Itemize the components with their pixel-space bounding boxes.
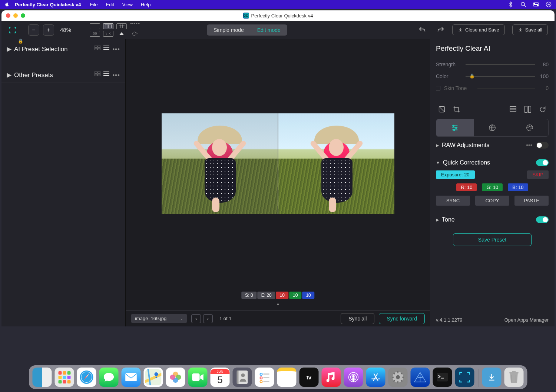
apple-menu-icon[interactable]	[4, 2, 10, 7]
dock-podcasts-icon[interactable]	[344, 368, 363, 387]
chevron-down-icon[interactable]: ▼	[436, 160, 440, 165]
dock-mail-icon[interactable]	[122, 368, 141, 387]
dock-music-icon[interactable]	[322, 368, 341, 387]
view-split-icon[interactable]	[103, 23, 113, 29]
svg-point-30	[530, 126, 531, 127]
redo-button[interactable]	[437, 26, 445, 34]
dock-messages-icon[interactable]	[99, 368, 119, 387]
left-section-ai-presets[interactable]: 🔒 ▶ AI Preset Selection •••	[1, 41, 125, 57]
left-section-other-presets[interactable]: ▶ Other Presets •••	[1, 67, 125, 83]
dock-safari-icon[interactable]	[77, 368, 96, 387]
mode-simple[interactable]: Simple mode	[207, 24, 251, 36]
flip-v-icon[interactable]	[524, 106, 532, 113]
tab-sliders[interactable]	[436, 119, 474, 136]
sync-all-button[interactable]: Sync all	[341, 313, 374, 324]
menubar-control-center-icon[interactable]	[533, 1, 539, 7]
dock-finder-icon[interactable]	[33, 368, 52, 387]
dock-terminal-icon[interactable]	[433, 368, 452, 387]
dock-affinity-icon[interactable]	[411, 368, 430, 387]
crop-icon[interactable]	[453, 106, 460, 113]
open-apps-manager-link[interactable]: Open Apps Manager	[504, 317, 549, 323]
window-minimize-button[interactable]	[13, 13, 18, 18]
dock-quickdesk-icon[interactable]	[455, 368, 474, 387]
sync-button[interactable]: SYNC	[436, 196, 470, 206]
more-icon[interactable]: •••	[112, 46, 120, 53]
dock-appstore-icon[interactable]	[366, 368, 385, 387]
mode-edit[interactable]: Edit mode	[251, 24, 287, 36]
rgb-b-badge[interactable]: B: 10	[508, 183, 528, 191]
menu-view[interactable]: View	[122, 2, 133, 7]
dock-reminders-icon[interactable]	[255, 368, 274, 387]
menubar-bluetooth-icon[interactable]	[508, 1, 514, 7]
view-grid-icon[interactable]	[116, 23, 127, 29]
grid-view-icon[interactable]	[95, 46, 100, 53]
paste-button[interactable]: PASTE	[514, 196, 549, 206]
view-crop-select-icon[interactable]	[130, 23, 140, 29]
more-icon[interactable]: •••	[112, 72, 120, 79]
image-compare-canvas[interactable]	[162, 113, 394, 214]
quick-toggle[interactable]	[536, 159, 549, 166]
window-zoom-button[interactable]	[21, 13, 25, 18]
view-histogram-icon[interactable]	[116, 31, 127, 37]
view-fit-icon[interactable]	[103, 31, 113, 37]
sync-forward-button[interactable]: Sync forward	[379, 313, 425, 324]
undo-button[interactable]	[418, 26, 426, 34]
dock-facetime-icon[interactable]	[188, 368, 208, 387]
dock-contacts-icon[interactable]	[233, 368, 252, 387]
menubar-siri-icon[interactable]	[546, 1, 552, 7]
rotate-icon[interactable]	[539, 106, 546, 113]
strength-slider[interactable]	[466, 64, 535, 65]
list-view-icon[interactable]	[103, 46, 109, 53]
rgb-g-badge[interactable]: G: 10	[482, 183, 503, 191]
zoom-out-button[interactable]: −	[28, 24, 39, 36]
dock-settings-icon[interactable]	[388, 368, 408, 387]
window-close-button[interactable]	[6, 13, 10, 18]
menu-edit[interactable]: Edit	[106, 2, 114, 7]
app-menu-title[interactable]: Perfectly Clear Quickdesk v4	[15, 2, 81, 7]
svg-point-26	[454, 129, 455, 131]
color-slider[interactable]: 🔒	[466, 76, 535, 77]
expand-filmstrip-icon[interactable]: ▲	[276, 302, 280, 306]
more-icon[interactable]: •••	[526, 142, 532, 149]
dock-launchpad-icon[interactable]	[55, 368, 74, 387]
list-view-icon[interactable]	[103, 72, 109, 79]
view-face-icon[interactable]	[90, 31, 100, 37]
view-adjust-icon[interactable]	[130, 31, 140, 37]
save-preset-button[interactable]: Save Preset	[453, 233, 532, 246]
menubar-search-icon[interactable]	[520, 1, 526, 7]
svg-point-44	[241, 373, 245, 377]
chevron-right-icon[interactable]: ▶	[436, 217, 439, 222]
zoom-in-button[interactable]: +	[43, 24, 54, 36]
copy-button[interactable]: COPY	[475, 196, 509, 206]
looks-icon[interactable]	[438, 106, 446, 113]
save-all-button[interactable]: Save all	[512, 24, 548, 35]
next-image-button[interactable]: ›	[203, 314, 213, 323]
tone-toggle[interactable]	[536, 216, 549, 223]
skintone-checkbox[interactable]	[436, 86, 440, 90]
dock-notes-icon[interactable]	[277, 368, 297, 387]
dock-trash-icon[interactable]	[504, 368, 524, 387]
grid-view-icon[interactable]	[95, 72, 100, 79]
close-and-save-button[interactable]: Close and Save	[452, 24, 505, 35]
tab-globe[interactable]	[474, 119, 511, 136]
file-dropdown[interactable]: image_169.jpg ⌄	[131, 314, 187, 323]
dock-photos-icon[interactable]	[166, 368, 185, 387]
bracket-tool-icon[interactable]	[8, 26, 17, 34]
view-single-icon[interactable]	[90, 23, 100, 29]
svg-rect-11	[95, 46, 97, 47]
dock-downloads-icon[interactable]	[482, 368, 502, 387]
prev-image-button[interactable]: ‹	[191, 314, 201, 323]
rgb-r-badge[interactable]: R: 10	[456, 183, 477, 191]
menu-file[interactable]: File	[90, 2, 98, 7]
readout-s: S: 0	[241, 292, 257, 299]
dock-calendar-icon[interactable]: JUN5	[211, 368, 230, 387]
dock-maps-icon[interactable]	[144, 368, 163, 387]
menu-help[interactable]: Help	[141, 2, 151, 7]
raw-toggle[interactable]	[536, 142, 549, 149]
dock-tv-icon[interactable]: tv	[299, 368, 319, 387]
flip-h-icon[interactable]	[509, 106, 517, 113]
tab-palette[interactable]	[511, 119, 548, 136]
skip-badge[interactable]: SKIP	[527, 170, 549, 179]
exposure-badge[interactable]: Exposure: 20	[436, 170, 475, 179]
chevron-right-icon[interactable]: ▶	[436, 143, 439, 148]
